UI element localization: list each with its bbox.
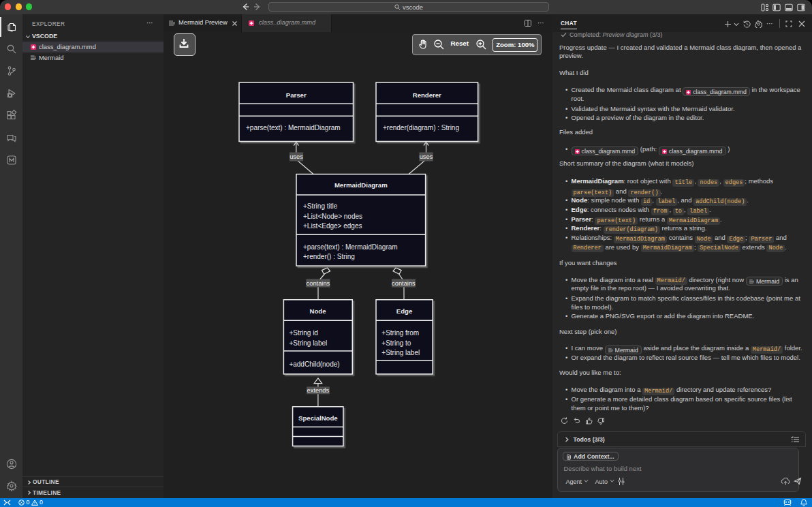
svg-text:+parse(text) : MermaidDiagram: +parse(text) : MermaidDiagram <box>246 124 341 132</box>
svg-text:Node: Node <box>310 307 326 315</box>
svg-text:+String title: +String title <box>303 202 338 210</box>
svg-text:+String id: +String id <box>289 329 318 337</box>
svg-text:uses: uses <box>420 153 433 160</box>
svg-text:contains: contains <box>307 280 330 287</box>
svg-text:SpecialNode: SpecialNode <box>298 414 338 422</box>
svg-text:+render(diagram) : String: +render(diagram) : String <box>383 124 459 132</box>
svg-text:uses: uses <box>290 153 303 160</box>
svg-text:+List<Edge> edges: +List<Edge> edges <box>303 222 362 230</box>
svg-text:+addChild(node): +addChild(node) <box>289 360 339 368</box>
svg-text:+String label: +String label <box>381 349 420 356</box>
svg-text:+String to: +String to <box>381 339 411 347</box>
svg-text:contains: contains <box>392 280 416 287</box>
svg-text:+String label: +String label <box>289 339 327 347</box>
svg-text:Edge: Edge <box>396 307 412 315</box>
svg-text:Parser: Parser <box>286 91 307 99</box>
svg-text:+render() : String: +render() : String <box>303 253 355 260</box>
svg-text:MermaidDiagram: MermaidDiagram <box>334 181 388 189</box>
svg-text:+String from: +String from <box>381 329 419 337</box>
svg-text:+parse(text) : MermaidDiagram: +parse(text) : MermaidDiagram <box>303 243 398 251</box>
svg-text:extends: extends <box>307 387 330 394</box>
svg-text:+List<Node> nodes: +List<Node> nodes <box>303 213 362 220</box>
svg-text:Renderer: Renderer <box>413 91 441 99</box>
